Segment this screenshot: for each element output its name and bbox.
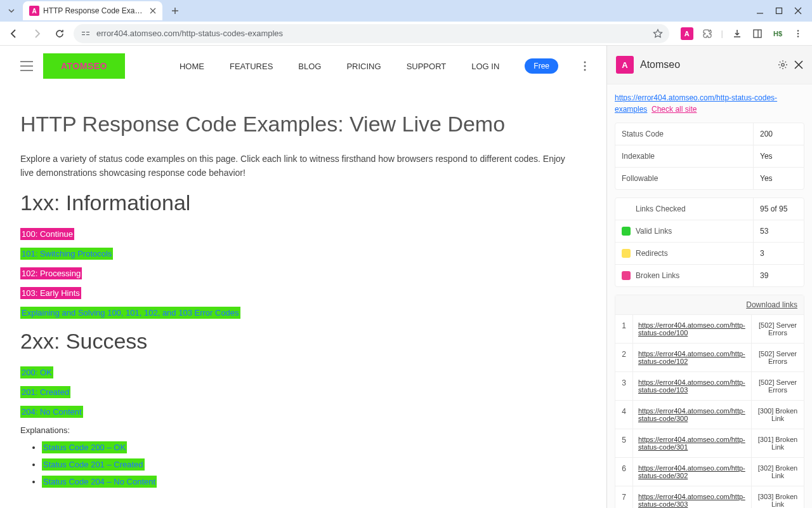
sidepanel-title: Atomseo [640, 59, 771, 70]
link-row: 2https://error404.atomseo.com/http-statu… [615, 344, 804, 372]
explanation-200[interactable]: Status Code 200 – OK [42, 441, 127, 453]
nav-login[interactable]: LOG IN [471, 62, 499, 71]
explanations-label: Explanations: [20, 425, 586, 435]
link-201[interactable]: 201: Created [20, 386, 70, 398]
svg-point-7 [797, 30, 799, 32]
link-row-url[interactable]: https://error404.atomseo.com/http-status… [638, 350, 745, 365]
value-valid-links: 53 [753, 220, 804, 242]
nav-features[interactable]: FEATURES [230, 62, 273, 71]
site-logo[interactable]: ATOMSEO [43, 53, 125, 79]
sidepanel-toggle-icon[interactable] [751, 27, 764, 40]
new-tab-button[interactable] [166, 2, 184, 20]
sidepanel-settings-icon[interactable] [778, 60, 788, 70]
link-row: 3https://error404.atomseo.com/http-statu… [615, 372, 804, 401]
row-valid-links: Valid Links 53 [615, 220, 804, 243]
link-row-status: [502] Server Errors [752, 315, 804, 343]
row-redirects: Redirects 3 [615, 243, 804, 265]
sidepanel-close-icon[interactable] [794, 60, 803, 69]
forward-button[interactable] [28, 25, 46, 43]
tab-title: HTTP Response Code Examples [43, 6, 146, 15]
link-row: 4https://error404.atomseo.com/http-statu… [615, 401, 804, 429]
link-204[interactable]: 204: No Content [20, 406, 83, 418]
link-1xx-explanation[interactable]: Explaining and Solving 100, 101, 102, an… [20, 307, 240, 319]
label-indexable: Indexable [615, 145, 753, 167]
svg-rect-3 [86, 32, 89, 32]
site-logo-text: ATOMSEO [61, 61, 107, 71]
link-row: 7https://error404.atomseo.com/http-statu… [615, 486, 804, 508]
label-broken-links: Broken Links [636, 271, 679, 280]
site-more-icon[interactable] [584, 61, 586, 71]
link-row-url[interactable]: https://error404.atomseo.com/http-status… [638, 493, 745, 508]
link-row-number: 7 [615, 486, 633, 508]
heading-1xx: 1xx: Informational [20, 190, 586, 215]
row-broken-links: Broken Links 39 [615, 265, 804, 286]
back-button[interactable] [5, 25, 23, 43]
close-window-icon[interactable] [794, 7, 802, 15]
link-103[interactable]: 103: Early Hints [20, 287, 81, 299]
svg-rect-0 [776, 8, 782, 14]
links-summary-table: Links Checked 95 of 95 Valid Links 53 Re… [615, 197, 804, 287]
svg-point-9 [797, 36, 799, 37]
page-content[interactable]: ATOMSEO HOME FEATURES BLOG PRICING SUPPO… [0, 46, 606, 508]
value-status-code: 200 [753, 123, 804, 145]
link-row: 5https://error404.atomseo.com/http-statu… [615, 429, 804, 458]
site-nav: HOME FEATURES BLOG PRICING SUPPORT LOG I… [180, 58, 586, 74]
link-200[interactable]: 200: OK [20, 366, 53, 378]
site-header: ATOMSEO HOME FEATURES BLOG PRICING SUPPO… [20, 46, 586, 86]
explanation-201[interactable]: Status Code 201 – Created [42, 458, 145, 471]
link-row-url[interactable]: https://error404.atomseo.com/http-status… [638, 436, 745, 451]
bookmark-star-icon[interactable] [653, 29, 663, 39]
browser-chrome: A HTTP Response Code Examples [0, 0, 812, 46]
check-all-site-link[interactable]: Check all site [652, 105, 697, 114]
nav-pricing[interactable]: PRICING [346, 62, 381, 71]
address-bar[interactable]: error404.atomseo.com/http-status-codes-e… [74, 24, 669, 43]
atomseo-sidepanel: A Atomseo https://error404.atomseo.com/h… [606, 46, 812, 508]
free-button[interactable]: Free [525, 58, 558, 74]
link-row-number: 2 [615, 344, 633, 371]
tab-search-dropdown[interactable] [4, 3, 19, 18]
reload-button[interactable] [51, 25, 69, 43]
nav-support[interactable]: SUPPORT [407, 62, 447, 71]
sidepanel-url-row: https://error404.atomseo.com/http-status… [615, 92, 804, 115]
explanation-204[interactable]: Status Code 204 – No Content [42, 476, 157, 488]
browser-titlebar: A HTTP Response Code Examples [0, 0, 812, 22]
link-102[interactable]: 102: Processing [20, 267, 82, 279]
row-links-checked: Links Checked 95 of 95 [615, 198, 804, 220]
svg-point-10 [584, 62, 586, 64]
maximize-icon[interactable] [775, 7, 783, 15]
value-indexable: Yes [753, 145, 804, 167]
link-row-url[interactable]: https://error404.atomseo.com/http-status… [638, 378, 745, 394]
window-controls [756, 7, 808, 15]
link-row-status: [300] Broken Link [752, 401, 804, 429]
extensions-puzzle-icon[interactable] [701, 27, 714, 40]
nav-home[interactable]: HOME [180, 62, 204, 71]
tab-close-icon[interactable] [150, 8, 156, 14]
sidepanel-body[interactable]: https://error404.atomseo.com/http-status… [607, 84, 812, 508]
browser-toolbar: error404.atomseo.com/http-status-codes-e… [0, 22, 812, 46]
sidepanel-logo-icon: A [616, 56, 634, 74]
nav-blog[interactable]: BLOG [298, 62, 321, 71]
svg-point-12 [584, 69, 586, 71]
profile-badge[interactable]: H$ [771, 27, 784, 40]
link-row-status: [301] Broken Link [752, 429, 804, 457]
broken-links-color-icon [622, 271, 631, 280]
link-row-url[interactable]: https://error404.atomseo.com/http-status… [638, 464, 745, 479]
hamburger-menu-icon[interactable] [20, 61, 33, 71]
link-101[interactable]: 101: Switching Protocols [20, 248, 113, 260]
download-links-row: Download links [615, 295, 804, 315]
atomseo-extension-icon[interactable]: A [681, 27, 693, 40]
browser-menu-icon[interactable] [792, 27, 804, 40]
downloads-icon[interactable] [731, 27, 743, 40]
svg-rect-5 [754, 30, 761, 37]
link-100[interactable]: 100: Continue [20, 228, 74, 240]
svg-rect-2 [82, 34, 85, 35]
link-row-url[interactable]: https://error404.atomseo.com/http-status… [638, 321, 745, 337]
minimize-icon[interactable] [756, 7, 764, 15]
browser-tab[interactable]: A HTTP Response Code Examples [23, 1, 162, 20]
svg-point-11 [584, 65, 586, 67]
row-followable: Followable Yes [615, 168, 804, 189]
viewport: ATOMSEO HOME FEATURES BLOG PRICING SUPPO… [0, 46, 812, 508]
download-links-link[interactable]: Download links [746, 300, 797, 309]
link-row-url[interactable]: https://error404.atomseo.com/http-status… [638, 407, 745, 422]
site-info-icon[interactable] [80, 28, 91, 39]
